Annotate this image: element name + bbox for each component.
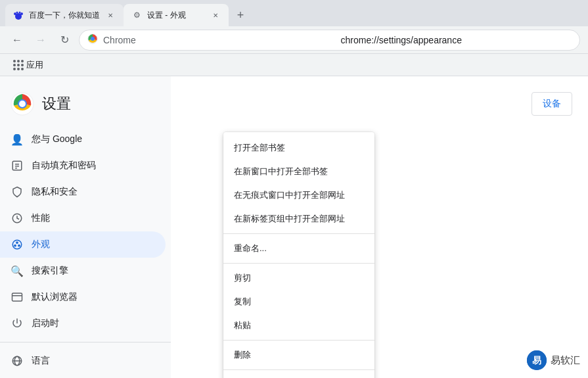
settings-header: 设置 <box>0 87 171 126</box>
address-chrome-label: Chrome <box>103 35 334 45</box>
watermark-text: 易软汇 <box>551 354 580 367</box>
sidebar-item-browser[interactable]: 默认浏览器 <box>0 284 166 310</box>
svg-point-9 <box>19 101 26 107</box>
sidebar-item-performance[interactable]: 性能 <box>0 205 166 231</box>
main-content: 设置 👤 您与 Google 自动填充和密码 <box>0 76 588 378</box>
menu-divider-3 <box>223 340 374 341</box>
sidebar-language-label: 语言 <box>32 355 50 367</box>
svg-point-18 <box>14 245 16 246</box>
watermark: 易 易软汇 <box>527 350 580 370</box>
svg-point-6 <box>91 37 95 41</box>
browser-shell: 百度一下，你就知道 ✕ ⚙ 设置 - 外观 ✕ + ← → ↻ <box>0 0 588 378</box>
sidebar-startup-label: 启动时 <box>32 318 59 329</box>
sidebar: 设置 👤 您与 Google 自动填充和密码 <box>0 76 171 378</box>
menu-delete[interactable]: 删除 <box>223 343 374 367</box>
tab-bar: 百度一下，你就知道 ✕ ⚙ 设置 - 外观 ✕ + <box>0 0 588 26</box>
sidebar-item-language[interactable]: 语言 <box>0 348 166 374</box>
device-button[interactable]: 设备 <box>531 92 572 116</box>
menu-divider-1 <box>223 233 374 234</box>
sidebar-privacy-label: 隐私和安全 <box>32 186 78 198</box>
sidebar-item-privacy[interactable]: 隐私和安全 <box>0 179 166 205</box>
svg-point-1 <box>14 12 16 15</box>
svg-text:易: 易 <box>532 355 541 366</box>
sidebar-search-label: 搜索引擎 <box>32 265 68 277</box>
tab-settings-close[interactable]: ✕ <box>210 10 221 20</box>
menu-copy[interactable]: 复制 <box>223 290 374 314</box>
new-tab-button[interactable]: + <box>231 6 250 24</box>
language-icon <box>11 354 24 367</box>
browser-icon <box>11 291 24 304</box>
sidebar-autofill-label: 自动填充和密码 <box>32 160 96 172</box>
sidebar-google-label: 您与 Google <box>32 133 82 145</box>
autofill-icon <box>11 159 24 172</box>
power-icon <box>11 317 24 330</box>
menu-rename[interactable]: 重命名... <box>223 237 374 260</box>
shield-icon <box>11 185 24 199</box>
svg-point-16 <box>16 242 18 243</box>
back-button[interactable]: ← <box>8 31 26 49</box>
menu-open-all-new-tab[interactable]: 在新标签页组中打开全部网址 <box>223 207 374 231</box>
sidebar-item-search[interactable]: 🔍 搜索引擎 <box>0 258 166 284</box>
sidebar-appearance-label: 外观 <box>32 239 50 250</box>
menu-open-all[interactable]: 打开全部书签 <box>223 136 374 160</box>
person-icon: 👤 <box>11 133 24 146</box>
menu-paste[interactable]: 粘贴 <box>223 314 374 337</box>
performance-icon <box>11 212 24 225</box>
bookmarks-bar: 应用 <box>0 54 588 76</box>
sidebar-item-google[interactable]: 👤 您与 Google <box>0 126 166 153</box>
forward-button[interactable]: → <box>32 31 50 49</box>
svg-point-2 <box>20 12 23 15</box>
sidebar-item-appearance[interactable]: 外观 <box>0 231 166 258</box>
menu-divider-4 <box>223 369 374 370</box>
nav-bar: ← → ↻ Chrome chrome://settings/appearanc… <box>0 26 588 54</box>
menu-open-all-incognito[interactable]: 在无痕式窗口中打开全部网址 <box>223 183 374 207</box>
address-url: chrome://settings/appearance <box>341 35 572 45</box>
sidebar-item-autofill[interactable]: 自动填充和密码 <box>0 153 166 179</box>
apps-grid-icon <box>13 60 24 70</box>
tab-baidu-favicon <box>13 10 24 20</box>
chrome-logo <box>11 92 34 116</box>
sidebar-browser-label: 默认浏览器 <box>32 291 78 303</box>
watermark-logo: 易 <box>527 350 547 370</box>
svg-point-4 <box>19 12 21 14</box>
menu-add-page[interactable]: 添加网页... <box>223 373 374 378</box>
svg-point-3 <box>16 12 18 14</box>
menu-cut[interactable]: 剪切 <box>223 266 374 290</box>
settings-title: 设置 <box>42 94 71 114</box>
context-menu: 打开全部书签 在新窗口中打开全部书签 在无痕式窗口中打开全部网址 在新标签页组中… <box>223 132 374 378</box>
reload-button[interactable]: ↻ <box>55 31 74 49</box>
tab-baidu-close[interactable]: ✕ <box>105 10 116 20</box>
address-bar[interactable]: Chrome chrome://settings/appearance <box>79 30 580 51</box>
svg-rect-19 <box>12 293 22 301</box>
menu-open-all-new-window[interactable]: 在新窗口中打开全部书签 <box>223 160 374 183</box>
tab-settings-favicon: ⚙ <box>131 10 142 20</box>
tab-baidu-title: 百度一下，你就知道 <box>29 10 100 21</box>
tab-baidu[interactable]: 百度一下，你就知道 ✕ <box>5 4 124 26</box>
tab-settings-title: 设置 - 外观 <box>147 10 205 21</box>
search-icon: 🔍 <box>11 264 24 277</box>
sidebar-performance-label: 性能 <box>32 212 50 224</box>
sidebar-divider <box>0 342 171 343</box>
sidebar-item-startup[interactable]: 启动时 <box>0 310 166 337</box>
menu-divider-2 <box>223 263 374 264</box>
palette-icon <box>11 238 24 251</box>
tab-settings[interactable]: ⚙ 设置 - 外观 ✕ <box>124 4 229 26</box>
apps-button[interactable]: 应用 <box>8 57 49 74</box>
svg-point-17 <box>18 245 20 246</box>
apps-label: 应用 <box>26 59 43 71</box>
lock-icon <box>87 34 98 46</box>
